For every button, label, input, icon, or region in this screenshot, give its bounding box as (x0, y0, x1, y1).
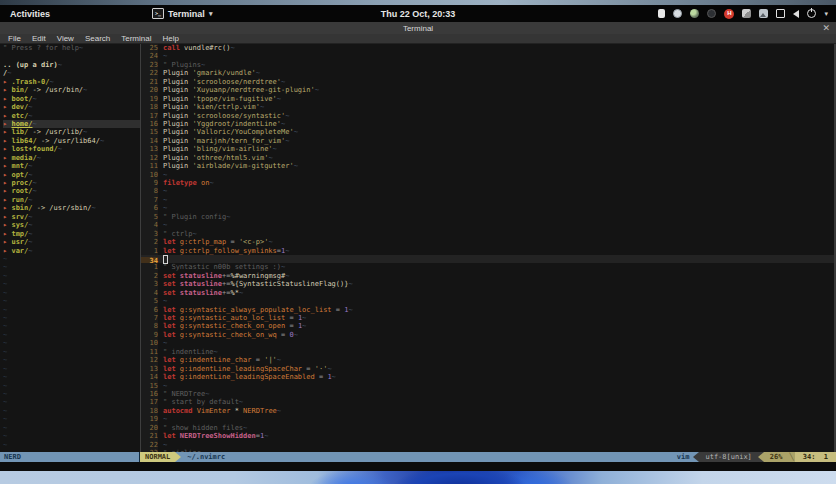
tree-filler-line: ~ (3, 424, 140, 432)
buffer-line: 7let g:syntastic_auto_loc_list = 1~ (141, 314, 836, 322)
line-number: 12 (141, 154, 158, 162)
buffer-line: 7~ (141, 196, 836, 204)
tree-line: ▸ boot/~ (3, 95, 140, 103)
line-number: 1 (141, 263, 158, 271)
menu-search[interactable]: Search (85, 34, 110, 43)
tree-filler-line: ~ (3, 289, 140, 297)
timer-icon[interactable] (673, 9, 682, 18)
line-number: 6 (141, 204, 158, 212)
tree-line: ▸ lib/ -> /usr/lib/~ (3, 128, 140, 136)
tree-filler-line: ~ (3, 398, 140, 406)
paw-app-icon[interactable] (707, 9, 716, 18)
screenshot-image-icon[interactable] (759, 9, 768, 18)
app-menu-button[interactable]: >_ Terminal ▾ (152, 8, 212, 19)
line-number: 7 (141, 196, 158, 204)
system-tray: H▾ (658, 5, 828, 22)
line-number: 24 (141, 52, 158, 60)
tree-line: ▸ media/~ (3, 154, 140, 162)
buffer-line: 21let NERDTreeShowHidden=1~ (141, 432, 836, 440)
tray-caret-icon[interactable]: ▾ (824, 9, 828, 18)
tree-line (3, 52, 140, 60)
encoding-segment: utf-8[unix] (699, 452, 757, 462)
clock[interactable]: Thu 22 Oct, 20:33 (381, 9, 456, 19)
tree-line: ▸ lost+found/~ (3, 145, 140, 153)
line-number: 16 (141, 120, 158, 128)
line-number: 16 (141, 390, 158, 398)
app-menu-label: Terminal (168, 9, 205, 19)
buffer-line: 10~ (141, 171, 836, 179)
activities-button[interactable]: Activities (10, 9, 50, 19)
tree-filler-line: ~ (3, 263, 140, 271)
menu-help[interactable]: Help (162, 34, 178, 43)
tree-line: ▸ home/~ (3, 120, 141, 128)
tree-line: ▸ sys/~ (3, 221, 140, 229)
line-number: 21 (141, 432, 158, 440)
tree-filler-line: ~ (3, 272, 140, 280)
nerdtree-status-segment: NERD (0, 452, 140, 462)
line-number: 8 (141, 187, 158, 195)
tree-filler-line: ~ (3, 441, 140, 449)
line-number: 25 (141, 44, 158, 52)
menu-view[interactable]: View (57, 34, 74, 43)
line-number: 19 (141, 95, 158, 103)
line-number: 9 (141, 179, 158, 187)
menu-terminal[interactable]: Terminal (121, 34, 151, 43)
photos-icon[interactable] (742, 9, 751, 18)
window-title: Terminal (403, 24, 433, 33)
input-source-icon[interactable] (658, 9, 665, 18)
line-number: 1 (141, 247, 158, 255)
menu-file[interactable]: File (8, 34, 21, 43)
line-number: 2 (141, 272, 158, 280)
line-number: 15 (141, 128, 158, 136)
tree-line: ▸ etc/~ (3, 112, 140, 120)
line-number: 7 (141, 314, 158, 322)
buffer-line: 3" ctrlp~ (141, 230, 836, 238)
buffer-cursor-line: 34 (141, 255, 836, 263)
nerdtree-pane[interactable]: " Press ? for help~.. (up a dir)~/~▸ .Tr… (0, 44, 141, 452)
recorder-h-icon[interactable]: H (724, 9, 734, 19)
line-number: 18 (141, 407, 158, 415)
line-number: 12 (141, 356, 158, 364)
tree-line: ▸ .Trash-0/~ (3, 78, 140, 86)
line-number: 6 (141, 306, 158, 314)
buffer-line: 5" Plugin config~ (141, 213, 836, 221)
buffer-line: 14let g:indentLine_leadingSpaceEnabled =… (141, 373, 836, 381)
line-number: 4 (141, 221, 158, 229)
app-indicator-icon[interactable] (690, 9, 699, 18)
terminal-screen[interactable]: " Press ? for help~.. (up a dir)~/~▸ .Tr… (0, 44, 836, 452)
display-icon[interactable] (776, 9, 785, 18)
tree-filler-line: ~ (3, 415, 140, 423)
buffer-line: 1let g:ctrlp_follow_symlinks=1~ (141, 247, 836, 255)
buffer-line: 20" show hidden files~ (141, 424, 836, 432)
tree-filler-line: ~ (3, 297, 140, 305)
buffer-line: 12Plugin 'othree/html5.vim'~ (141, 154, 836, 162)
volume-icon[interactable] (793, 10, 799, 18)
line-number: 3 (141, 230, 158, 238)
buffer-line: 12let g:indentLine_char = '|'~ (141, 356, 836, 364)
line-number: 20 (141, 424, 158, 432)
buffer-line: 17" start by default~ (141, 398, 836, 406)
menu-edit[interactable]: Edit (32, 34, 46, 43)
line-number: 10 (141, 339, 158, 347)
tree-line: ▸ sbin/ -> /usr/sbin/~ (3, 204, 140, 212)
vim-command-line[interactable] (0, 462, 836, 471)
buffer-line: 21Plugin 'scrooloose/nerdtree'~ (141, 78, 836, 86)
buffer-line: 25call vundle#rc()~ (141, 44, 836, 52)
tree-line: ▸ tmp/~ (3, 230, 140, 238)
line-number: 17 (141, 398, 158, 406)
tree-line: ▸ lib64/ -> /usr/lib64/~ (3, 137, 140, 145)
gnome-top-bar: Activities >_ Terminal ▾ Thu 22 Oct, 20:… (0, 5, 836, 22)
tree-line: ▸ root/~ (3, 187, 140, 195)
buffer-line: 11Plugin 'airblade/vim-gitgutter'~ (141, 162, 836, 170)
vimrc-buffer-pane[interactable]: 25call vundle#rc()~24~23" Plugins~22Plug… (141, 44, 836, 452)
tree-filler-line: ~ (3, 373, 140, 381)
buffer-line: 9let g:syntastic_check_on_wq = 0~ (141, 331, 836, 339)
close-icon[interactable]: ✕ (822, 23, 830, 33)
tree-filler-line: ~ (3, 432, 140, 440)
tree-line: ▸ run/~ (3, 196, 140, 204)
line-number: 2 (141, 238, 158, 246)
power-icon[interactable] (807, 9, 816, 18)
line-number: 3 (141, 280, 158, 288)
tree-line: .. (up a dir)~ (3, 61, 140, 69)
cursor-position: 34: 1 (795, 452, 836, 462)
